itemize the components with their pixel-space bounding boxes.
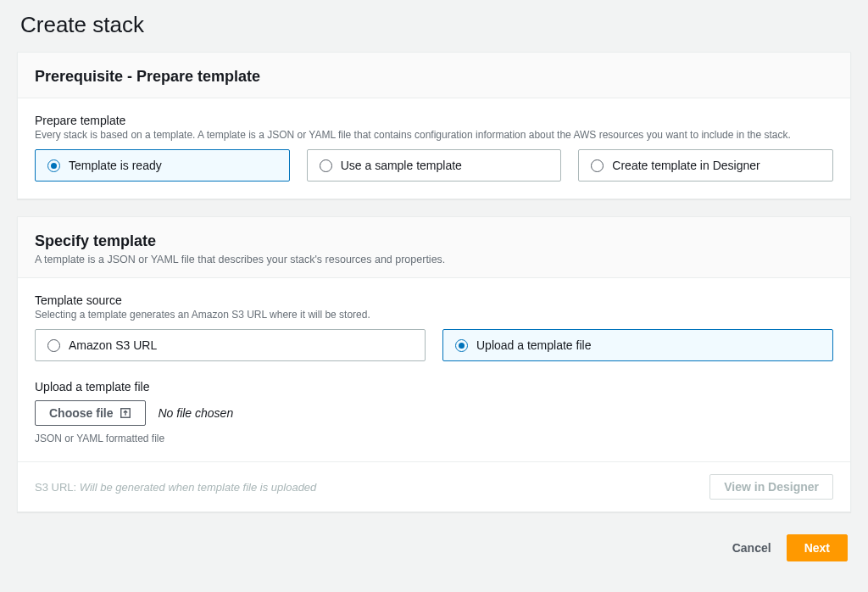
upload-section: Upload a template file Choose file No fi…	[35, 380, 833, 444]
page-title: Create stack	[20, 12, 851, 38]
option-upload-template-file[interactable]: Upload a template file	[442, 329, 833, 361]
option-amazon-s3-url[interactable]: Amazon S3 URL	[35, 329, 426, 361]
prerequisite-body: Prepare template Every stack is based on…	[18, 98, 850, 198]
radio-icon	[47, 159, 60, 172]
view-in-designer-button[interactable]: View in Designer	[709, 474, 833, 500]
specify-template-header: Specify template A template is a JSON or…	[18, 217, 850, 278]
option-use-sample[interactable]: Use a sample template	[307, 149, 562, 182]
specify-template-footer: S3 URL: Will be generated when template …	[18, 461, 850, 511]
upload-template-file-label: Upload a template file	[35, 380, 833, 394]
option-template-ready[interactable]: Template is ready	[35, 149, 290, 182]
option-create-designer[interactable]: Create template in Designer	[578, 149, 833, 182]
file-format-hint: JSON or YAML formatted file	[35, 433, 833, 444]
option-create-designer-label: Create template in Designer	[612, 159, 760, 172]
template-source-options: Amazon S3 URL Upload a template file	[35, 329, 833, 361]
page-actions: Cancel Next	[17, 529, 851, 561]
template-source-label: Template source	[35, 293, 833, 307]
s3-url-line: S3 URL: Will be generated when template …	[35, 481, 316, 494]
prepare-template-options: Template is ready Use a sample template …	[35, 149, 833, 182]
next-button[interactable]: Next	[787, 534, 848, 561]
option-upload-template-file-label: Upload a template file	[476, 338, 591, 352]
radio-icon	[47, 339, 60, 352]
radio-icon	[455, 339, 468, 352]
upload-icon	[120, 407, 131, 419]
template-source-desc: Selecting a template generates an Amazon…	[35, 309, 833, 321]
s3-url-label: S3 URL:	[35, 481, 76, 494]
radio-icon	[591, 159, 604, 172]
option-template-ready-label: Template is ready	[69, 159, 162, 172]
option-use-sample-label: Use a sample template	[341, 159, 462, 172]
specify-template-desc: A template is a JSON or YAML file that d…	[35, 254, 833, 265]
specify-template-body: Template source Selecting a template gen…	[18, 278, 850, 461]
specify-template-heading: Specify template	[35, 232, 833, 250]
choose-file-button[interactable]: Choose file	[35, 400, 146, 426]
prerequisite-header: Prerequisite - Prepare template	[18, 53, 850, 98]
radio-icon	[320, 159, 332, 172]
choose-file-label: Choose file	[49, 406, 113, 420]
prepare-template-desc: Every stack is based on a template. A te…	[35, 129, 833, 141]
no-file-chosen: No file chosen	[158, 406, 233, 420]
specify-template-panel: Specify template A template is a JSON or…	[17, 216, 851, 512]
option-amazon-s3-url-label: Amazon S3 URL	[69, 338, 157, 352]
prepare-template-label: Prepare template	[35, 114, 833, 127]
s3-url-value: Will be generated when template file is …	[80, 481, 317, 494]
prerequisite-panel: Prerequisite - Prepare template Prepare …	[17, 52, 851, 199]
prerequisite-heading: Prerequisite - Prepare template	[35, 68, 833, 86]
cancel-button[interactable]: Cancel	[732, 541, 771, 555]
